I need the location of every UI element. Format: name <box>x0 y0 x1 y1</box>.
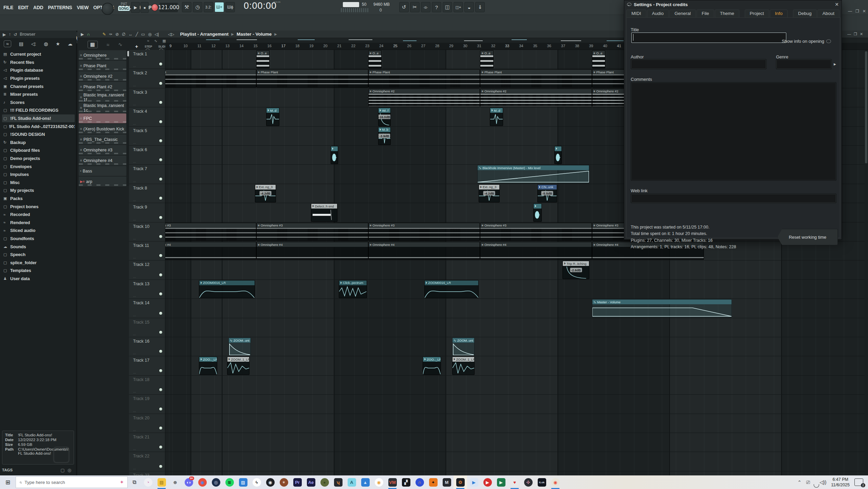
taskbar-icon-chrome[interactable]: ◉ <box>196 475 209 489</box>
browser-back-icon[interactable]: ↺ <box>14 32 17 37</box>
browser-item-demo-projects[interactable]: ▢Demo projects <box>2 155 75 163</box>
browser-item-impulses[interactable]: ▢Impulses <box>2 170 75 179</box>
track-header[interactable]: Track 10... <box>129 222 165 241</box>
browser-collapse-icon[interactable]: ▶ <box>3 32 6 37</box>
playlist-close-button[interactable]: ✕ <box>860 32 863 36</box>
pattern-clip[interactable]: ≡O..e <box>256 50 270 68</box>
audio-clip[interactable]: ⏵Ext..ng_3-4.2dB <box>479 184 500 202</box>
pattern-item[interactable]: ≡Omnisphere #2 <box>79 71 126 81</box>
audio-clip[interactable]: ⏵Ext..ng_3-4.2dB <box>255 184 276 202</box>
automation-clip[interactable]: ∿ZOOM..unt <box>228 338 251 356</box>
taskbar-icon-voicemeeter[interactable]: VM <box>386 475 399 489</box>
automation-clip[interactable]: ∿Master - Volume <box>592 299 732 317</box>
pat-label[interactable]: PAT <box>118 2 130 6</box>
browser-item-packs[interactable]: ▣Packs <box>2 195 75 203</box>
track-mute-led[interactable] <box>159 311 163 315</box>
pattern-clip[interactable]: ≡Omnisphere #4 <box>256 242 368 260</box>
browser-item-sliced-audio[interactable]: ≈Sliced audio <box>2 227 75 235</box>
track-header[interactable]: Track 4... <box>129 107 165 126</box>
taskbar-icon-spotify[interactable]: ≋ <box>223 475 236 489</box>
playback-tool-icon[interactable]: ◁| <box>155 32 159 37</box>
track-header[interactable]: Track 20... <box>129 414 165 433</box>
taskbar-icon-photos[interactable]: ▲ <box>358 475 372 489</box>
wait-input-icon[interactable]: ◷ <box>193 2 202 12</box>
pattern-clip[interactable]: ≡Omnisphere #4 <box>368 242 480 260</box>
browser-item--fl-studio-add-02t231625z-001[interactable]: ▢!FL Studio Add-..02T231625Z-001 <box>2 122 75 130</box>
taskbar-icon-mail-app[interactable]: ▨ <box>236 475 250 489</box>
pattern-item[interactable]: ≡Phase Plant #2 <box>79 82 126 92</box>
browser-tab-files[interactable]: ▤ <box>19 41 23 47</box>
settings-tab-theme[interactable]: Theme <box>715 10 739 17</box>
save-icon[interactable]: ◫ <box>443 2 452 12</box>
breadcrumb-target[interactable]: Master - Volume <box>237 32 272 37</box>
track-mute-led[interactable] <box>159 273 163 277</box>
taskbar-icon-heart-upload[interactable]: ♥ <box>508 475 521 489</box>
taskbar-icon-file-explorer[interactable]: ▤ <box>155 475 168 489</box>
playlist-minimize-button[interactable]: — <box>847 32 851 36</box>
taskbar-icon-chrome-profile[interactable]: ◉ <box>549 475 562 489</box>
track-header[interactable]: Track 19... <box>129 395 165 414</box>
taskbar-icon-synth-plugin[interactable]: ʮ <box>331 475 345 489</box>
browser-item-mixer-presets[interactable]: ≣Mixer presets <box>2 90 75 98</box>
tempo-display[interactable]: 121.000 <box>160 3 178 12</box>
track-mute-led[interactable] <box>159 101 163 104</box>
settings-tab-debug[interactable]: Debug <box>793 10 817 17</box>
loop-record-icon[interactable]: Шϕ <box>225 2 235 12</box>
taskbar-icon-movie-player[interactable]: ▶ <box>467 475 481 489</box>
mic-record-icon[interactable]: ⌯ <box>421 2 430 12</box>
audio-clip[interactable]: ⏵ <box>554 146 562 164</box>
settings-tab-audio[interactable]: Audio <box>647 10 669 17</box>
paint-tool-icon[interactable]: ✑ <box>109 32 112 37</box>
menu-file[interactable]: FILE <box>3 5 13 10</box>
track-mute-led[interactable] <box>159 120 163 124</box>
play-button[interactable]: ▶ <box>131 2 140 13</box>
reset-working-time-button[interactable]: Reset working time <box>777 229 838 245</box>
pattern-item[interactable]: ≡PBS_The_Classic <box>79 134 126 144</box>
browser-item-clipboard-files[interactable]: ▢Clipboard files <box>2 146 75 155</box>
pattern-clip[interactable]: ≡Phase Plant <box>368 69 480 87</box>
menu-view[interactable]: VIEW <box>77 5 89 10</box>
browser-item-speech[interactable]: ▢Speech <box>2 251 75 259</box>
corner-view-icons[interactable]: ≈ ∿ ▦ <box>147 39 168 43</box>
track-mute-led[interactable] <box>159 369 163 373</box>
tags-search-icon[interactable]: ◎ <box>68 468 74 473</box>
taskbar-icon-camera-app[interactable]: ◉ <box>372 475 386 489</box>
taskbar-icon-medal[interactable]: M <box>440 475 454 489</box>
audio-clip[interactable]: ⏵ <box>533 203 542 221</box>
menu-patterns[interactable]: PATTERNS <box>48 5 72 10</box>
track-mute-led[interactable] <box>159 330 163 334</box>
browser-item-misc[interactable]: ▢Misc <box>2 179 75 187</box>
audio-clip[interactable]: ⏵Click..pectrum <box>339 280 367 298</box>
audio-clip[interactable]: ⏵Wi..f-16.0dB <box>378 108 391 126</box>
pattern-clip[interactable]: ≡Phase Plant <box>256 69 368 87</box>
notification-center-button[interactable]: 2 <box>854 478 863 486</box>
track-mute-led[interactable] <box>159 349 163 353</box>
track-header[interactable]: Track 18... <box>129 376 165 395</box>
mute-tool-icon[interactable]: ∅ <box>122 32 125 37</box>
zoom-tool-icon[interactable]: ◎ <box>148 32 151 37</box>
pattern-clip[interactable]: ≡Phase Plant <box>165 69 256 87</box>
audio-clip[interactable]: ⏵ZOOM..1_LR <box>227 357 250 375</box>
undo-icon[interactable]: ↺ <box>399 2 409 12</box>
slip-tool-icon[interactable]: ↔ <box>129 32 133 37</box>
audio-clip[interactable]: ⏵ZOOM..1_LR <box>452 357 475 375</box>
automation-clip[interactable]: ∿ZOOM..unt <box>452 338 475 356</box>
track-header[interactable]: Track 17... <box>129 356 165 375</box>
taskbar-icon-sound-enhancer[interactable]: ✦ <box>426 475 440 489</box>
help-icon[interactable]: ? <box>432 2 441 12</box>
track-mute-led[interactable] <box>159 216 163 219</box>
pattern-clip[interactable]: ≡Omnisphere #3 <box>256 223 368 241</box>
pattern-item[interactable]: ≡Omnisphere <box>79 50 126 60</box>
pattern-clip[interactable]: ≡Omnisphere #3 <box>368 223 480 241</box>
taskbar-icon-sharex[interactable]: ϟ <box>250 475 263 489</box>
taskbar-icon-ilok[interactable]: iLok <box>535 475 549 489</box>
settings-tab-info[interactable]: Info <box>770 10 788 17</box>
track-header[interactable]: Track 6... <box>129 146 165 165</box>
tray-volume-icon[interactable]: ◁)) <box>819 479 826 485</box>
overdub-icon[interactable]: Ш+ <box>215 2 224 12</box>
export-icon[interactable]: ⇓ <box>475 2 485 12</box>
app-close-button[interactable]: ✕ <box>863 9 866 14</box>
track-header[interactable]: Track 22... <box>129 452 165 471</box>
browser-item-splice-folder[interactable]: ▢splice_folder <box>2 258 75 267</box>
audio-clip[interactable]: ⏵ZOOM0016_LR <box>424 280 479 298</box>
